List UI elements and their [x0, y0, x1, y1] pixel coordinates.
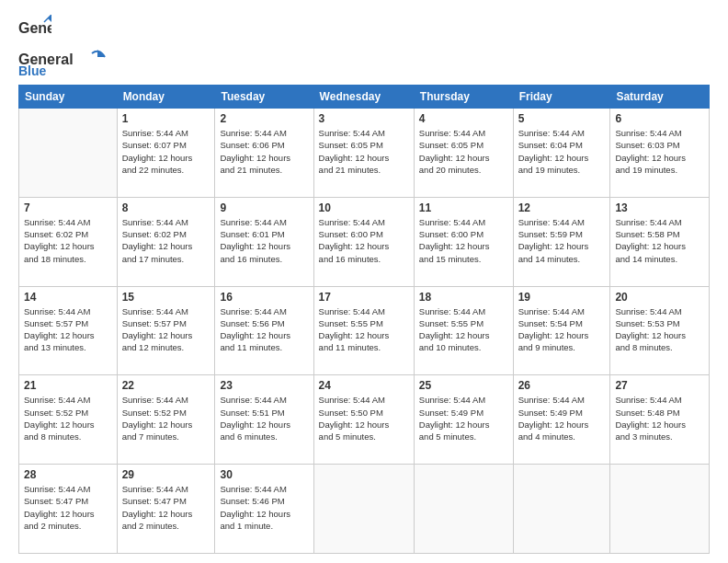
day-info: Sunrise: 5:44 AM Sunset: 6:05 PM Dayligh…	[419, 127, 508, 176]
day-info: Sunrise: 5:44 AM Sunset: 6:06 PM Dayligh…	[220, 127, 308, 176]
weekday-header-monday: Monday	[117, 86, 215, 109]
weekday-header-sunday: Sunday	[19, 86, 118, 109]
day-cell: 12Sunrise: 5:44 AM Sunset: 5:59 PM Dayli…	[513, 197, 610, 286]
day-cell: 16Sunrise: 5:44 AM Sunset: 5:56 PM Dayli…	[215, 286, 313, 375]
day-cell: 10Sunrise: 5:44 AM Sunset: 6:00 PM Dayli…	[313, 197, 414, 286]
day-info: Sunrise: 5:44 AM Sunset: 5:50 PM Dayligh…	[319, 394, 409, 442]
day-info: Sunrise: 5:44 AM Sunset: 5:47 PM Dayligh…	[24, 483, 112, 532]
week-row-4: 21Sunrise: 5:44 AM Sunset: 5:52 PM Dayli…	[19, 375, 710, 465]
day-cell: 26Sunrise: 5:44 AM Sunset: 5:49 PM Dayli…	[513, 375, 610, 465]
calendar-table: SundayMondayTuesdayWednesdayThursdayFrid…	[18, 85, 710, 554]
day-number: 7	[24, 201, 112, 214]
day-number: 29	[122, 468, 210, 481]
day-info: Sunrise: 5:44 AM Sunset: 6:03 PM Dayligh…	[615, 127, 704, 176]
day-cell: 25Sunrise: 5:44 AM Sunset: 5:49 PM Dayli…	[414, 375, 513, 465]
day-number: 1	[122, 112, 210, 125]
day-info: Sunrise: 5:44 AM Sunset: 5:57 PM Dayligh…	[24, 305, 112, 354]
day-cell: 8Sunrise: 5:44 AM Sunset: 6:02 PM Daylig…	[117, 197, 215, 286]
day-number: 30	[220, 468, 308, 481]
day-cell: 2Sunrise: 5:44 AM Sunset: 6:06 PM Daylig…	[215, 109, 313, 198]
weekday-header-saturday: Saturday	[610, 86, 710, 109]
day-number: 5	[518, 112, 606, 125]
day-cell: 19Sunrise: 5:44 AM Sunset: 5:54 PM Dayli…	[513, 286, 610, 375]
day-number: 20	[615, 291, 704, 304]
svg-text:General: General	[18, 20, 51, 36]
weekday-header-wednesday: Wednesday	[313, 86, 414, 109]
day-info: Sunrise: 5:44 AM Sunset: 5:52 PM Dayligh…	[24, 394, 112, 442]
weekday-header-thursday: Thursday	[414, 86, 513, 109]
day-number: 24	[319, 379, 409, 392]
day-info: Sunrise: 5:44 AM Sunset: 5:49 PM Dayligh…	[419, 394, 508, 442]
day-cell: 11Sunrise: 5:44 AM Sunset: 6:00 PM Dayli…	[414, 197, 513, 286]
day-cell: 4Sunrise: 5:44 AM Sunset: 6:05 PM Daylig…	[414, 109, 513, 198]
logo-svg: General Blue	[18, 48, 110, 77]
day-info: Sunrise: 5:44 AM Sunset: 6:02 PM Dayligh…	[122, 216, 210, 265]
week-row-3: 14Sunrise: 5:44 AM Sunset: 5:57 PM Dayli…	[19, 286, 710, 375]
day-number: 2	[220, 112, 308, 125]
day-number: 28	[24, 468, 112, 481]
day-info: Sunrise: 5:44 AM Sunset: 5:52 PM Dayligh…	[122, 394, 210, 442]
day-info: Sunrise: 5:44 AM Sunset: 5:47 PM Dayligh…	[122, 483, 210, 532]
day-cell: 27Sunrise: 5:44 AM Sunset: 5:48 PM Dayli…	[610, 375, 710, 465]
day-cell	[414, 465, 513, 554]
day-info: Sunrise: 5:44 AM Sunset: 6:01 PM Dayligh…	[220, 216, 308, 265]
day-info: Sunrise: 5:44 AM Sunset: 5:54 PM Dayligh…	[518, 305, 606, 354]
day-info: Sunrise: 5:44 AM Sunset: 5:48 PM Dayligh…	[615, 394, 704, 442]
week-row-1: 1Sunrise: 5:44 AM Sunset: 6:07 PM Daylig…	[19, 109, 710, 198]
day-cell: 23Sunrise: 5:44 AM Sunset: 5:51 PM Dayli…	[215, 375, 313, 465]
day-number: 19	[518, 291, 606, 304]
week-row-5: 28Sunrise: 5:44 AM Sunset: 5:47 PM Dayli…	[19, 465, 710, 554]
day-cell: 29Sunrise: 5:44 AM Sunset: 5:47 PM Dayli…	[117, 465, 215, 554]
day-number: 13	[615, 201, 704, 214]
day-cell: 5Sunrise: 5:44 AM Sunset: 6:04 PM Daylig…	[513, 109, 610, 198]
day-info: Sunrise: 5:44 AM Sunset: 5:49 PM Dayligh…	[518, 394, 606, 442]
day-number: 14	[24, 291, 112, 304]
day-info: Sunrise: 5:44 AM Sunset: 5:46 PM Dayligh…	[220, 483, 308, 532]
svg-text:Blue: Blue	[18, 63, 47, 77]
day-number: 26	[518, 379, 606, 392]
day-number: 8	[122, 201, 210, 214]
day-cell: 30Sunrise: 5:44 AM Sunset: 5:46 PM Dayli…	[215, 465, 313, 554]
day-cell: 22Sunrise: 5:44 AM Sunset: 5:52 PM Dayli…	[117, 375, 215, 465]
day-number: 23	[220, 379, 308, 392]
logo-icon: General	[18, 15, 51, 48]
logo: General General Blue	[18, 15, 110, 77]
day-number: 10	[319, 201, 409, 214]
day-cell: 17Sunrise: 5:44 AM Sunset: 5:55 PM Dayli…	[313, 286, 414, 375]
day-info: Sunrise: 5:44 AM Sunset: 6:05 PM Dayligh…	[319, 127, 409, 176]
day-info: Sunrise: 5:44 AM Sunset: 5:58 PM Dayligh…	[615, 216, 704, 265]
day-cell: 1Sunrise: 5:44 AM Sunset: 6:07 PM Daylig…	[117, 109, 215, 198]
day-cell: 13Sunrise: 5:44 AM Sunset: 5:58 PM Dayli…	[610, 197, 710, 286]
day-cell: 24Sunrise: 5:44 AM Sunset: 5:50 PM Dayli…	[313, 375, 414, 465]
day-number: 6	[615, 112, 704, 125]
day-info: Sunrise: 5:44 AM Sunset: 6:00 PM Dayligh…	[319, 216, 409, 265]
day-number: 9	[220, 201, 308, 214]
day-cell: 7Sunrise: 5:44 AM Sunset: 6:02 PM Daylig…	[19, 197, 118, 286]
day-info: Sunrise: 5:44 AM Sunset: 6:02 PM Dayligh…	[24, 216, 112, 265]
day-info: Sunrise: 5:44 AM Sunset: 5:56 PM Dayligh…	[220, 305, 308, 354]
day-cell: 20Sunrise: 5:44 AM Sunset: 5:53 PM Dayli…	[610, 286, 710, 375]
day-cell	[513, 465, 610, 554]
day-number: 27	[615, 379, 704, 392]
weekday-header-friday: Friday	[513, 86, 610, 109]
day-cell: 15Sunrise: 5:44 AM Sunset: 5:57 PM Dayli…	[117, 286, 215, 375]
day-info: Sunrise: 5:44 AM Sunset: 6:00 PM Dayligh…	[419, 216, 508, 265]
day-cell	[19, 109, 118, 198]
day-number: 15	[122, 291, 210, 304]
weekday-header-row: SundayMondayTuesdayWednesdayThursdayFrid…	[19, 86, 710, 109]
day-info: Sunrise: 5:44 AM Sunset: 5:57 PM Dayligh…	[122, 305, 210, 354]
day-number: 18	[419, 291, 508, 304]
day-number: 3	[319, 112, 409, 125]
day-cell	[610, 465, 710, 554]
day-cell: 28Sunrise: 5:44 AM Sunset: 5:47 PM Dayli…	[19, 465, 118, 554]
weekday-header-tuesday: Tuesday	[215, 86, 313, 109]
day-info: Sunrise: 5:44 AM Sunset: 5:59 PM Dayligh…	[518, 216, 606, 265]
day-number: 21	[24, 379, 112, 392]
day-cell	[313, 465, 414, 554]
day-info: Sunrise: 5:44 AM Sunset: 5:53 PM Dayligh…	[615, 305, 704, 354]
day-number: 4	[419, 112, 508, 125]
day-info: Sunrise: 5:44 AM Sunset: 6:04 PM Dayligh…	[518, 127, 606, 176]
day-number: 17	[319, 291, 409, 304]
day-cell: 3Sunrise: 5:44 AM Sunset: 6:05 PM Daylig…	[313, 109, 414, 198]
day-cell: 21Sunrise: 5:44 AM Sunset: 5:52 PM Dayli…	[19, 375, 118, 465]
